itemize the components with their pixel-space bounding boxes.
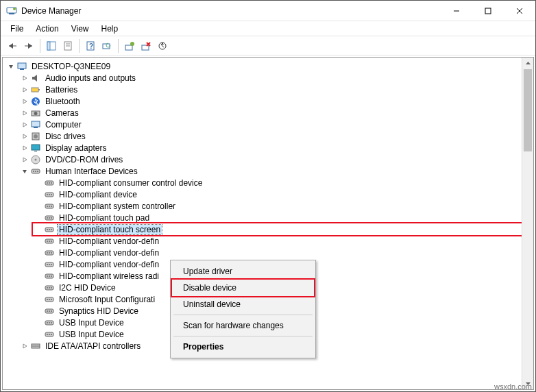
svg-point-18 xyxy=(130,42,134,46)
disable-button[interactable] xyxy=(155,38,170,53)
tree-device[interactable]: HID-compliant touch screen xyxy=(33,223,522,235)
svg-rect-22 xyxy=(20,69,24,70)
svg-rect-4 xyxy=(485,8,491,14)
svg-point-39 xyxy=(37,171,38,172)
chevron-right-icon[interactable] xyxy=(21,109,29,117)
tree-device-label: HID-compliant consumer control device xyxy=(58,178,204,188)
tree-device[interactable]: HID-compliant system controller xyxy=(33,200,522,212)
context-update-driver[interactable]: Update driver xyxy=(172,263,314,280)
svg-point-51 xyxy=(51,206,52,207)
back-button[interactable] xyxy=(5,38,20,53)
properties-button[interactable] xyxy=(60,38,75,53)
scroll-up-icon[interactable] xyxy=(522,58,533,69)
hid-icon xyxy=(44,306,55,317)
hid-icon xyxy=(44,317,55,328)
svg-point-43 xyxy=(51,182,52,184)
tree-category[interactable]: Human Interface Devices xyxy=(19,165,522,177)
chevron-right-icon[interactable] xyxy=(21,97,29,106)
audio-icon xyxy=(30,73,41,84)
svg-point-66 xyxy=(49,252,50,254)
svg-point-82 xyxy=(49,299,50,300)
svg-point-42 xyxy=(49,182,50,184)
svg-point-63 xyxy=(51,241,52,242)
svg-rect-23 xyxy=(32,88,38,92)
context-sep xyxy=(173,315,313,315)
tree-category[interactable]: DVD/CD-ROM drives xyxy=(19,154,522,165)
chevron-down-icon[interactable] xyxy=(21,167,29,175)
menu-file[interactable]: File xyxy=(5,23,29,35)
svg-point-38 xyxy=(35,171,36,172)
svg-point-78 xyxy=(49,287,50,289)
update-driver-button[interactable] xyxy=(122,38,137,53)
menu-view[interactable]: View xyxy=(66,23,95,35)
tree-device-label: HID-compliant touch pad xyxy=(58,213,151,223)
svg-point-47 xyxy=(51,194,52,195)
svg-point-25 xyxy=(32,97,40,106)
tree-device[interactable]: HID-compliant touch pad xyxy=(33,212,522,223)
tree-category[interactable]: Bluetooth xyxy=(19,95,522,107)
tree-category[interactable]: Display adapters xyxy=(19,142,522,154)
close-button[interactable] xyxy=(504,1,535,21)
tree-category-label: Bluetooth xyxy=(44,97,82,106)
tree-device-label: HID-compliant touch screen xyxy=(58,225,162,234)
svg-point-31 xyxy=(34,134,38,138)
svg-point-35 xyxy=(35,158,37,160)
svg-point-27 xyxy=(34,112,38,115)
titlebar: Device Manager xyxy=(1,1,535,21)
help-button[interactable]: ? xyxy=(83,38,98,53)
tree-device-label: USB Input Device xyxy=(58,318,125,328)
tree-category[interactable]: Batteries xyxy=(19,84,522,95)
toolbar-sep xyxy=(118,39,119,53)
minimize-button[interactable] xyxy=(441,1,472,21)
svg-point-71 xyxy=(51,264,52,265)
hid-icon xyxy=(44,177,55,188)
tree-device-label: HID-compliant wireless radi xyxy=(58,271,160,281)
tree-category[interactable]: Cameras xyxy=(19,107,522,119)
chevron-right-icon[interactable] xyxy=(21,132,29,140)
hid-icon xyxy=(44,247,55,258)
svg-point-49 xyxy=(47,206,48,207)
svg-point-57 xyxy=(47,229,48,230)
tree-device[interactable]: HID-compliant consumer control device xyxy=(33,177,522,188)
watermark: wsxdn.com xyxy=(494,382,532,391)
menu-action[interactable]: Action xyxy=(30,23,64,35)
tree-category[interactable]: Computer xyxy=(19,119,522,130)
context-disable-device[interactable]: Disable device xyxy=(172,280,314,296)
tree-device[interactable]: HID-compliant vendor-defin xyxy=(33,247,522,258)
tree-category[interactable]: Disc drives xyxy=(19,130,522,142)
forward-button[interactable] xyxy=(21,38,36,53)
context-properties[interactable]: Properties xyxy=(172,339,314,355)
tree-device[interactable]: HID-compliant device xyxy=(33,188,522,200)
svg-point-46 xyxy=(49,194,50,195)
svg-rect-19 xyxy=(142,45,149,50)
svg-point-70 xyxy=(49,264,50,265)
chevron-right-icon[interactable] xyxy=(21,156,29,164)
svg-point-54 xyxy=(49,217,50,219)
tree-root-node[interactable]: DESKTOP-Q3NEE09 xyxy=(5,60,522,72)
svg-point-79 xyxy=(51,287,52,289)
show-hide-button[interactable] xyxy=(44,38,59,53)
vertical-scrollbar[interactable] xyxy=(522,58,533,389)
hid-icon xyxy=(44,271,55,282)
svg-text:?: ? xyxy=(89,42,93,50)
maximize-button[interactable] xyxy=(472,1,504,21)
context-uninstall-device[interactable]: Uninstall device xyxy=(172,296,314,313)
tree-category[interactable]: Audio inputs and outputs xyxy=(19,72,522,84)
chevron-right-icon[interactable] xyxy=(21,144,29,152)
tree-root-label: DESKTOP-Q3NEE09 xyxy=(30,62,112,71)
hid-icon xyxy=(44,259,55,270)
context-scan-hardware[interactable]: Scan for hardware changes xyxy=(172,317,314,334)
hid-icon xyxy=(44,236,55,247)
chevron-right-icon[interactable] xyxy=(21,342,29,350)
tree-device[interactable]: HID-compliant vendor-defin xyxy=(33,235,522,247)
chevron-right-icon[interactable] xyxy=(21,121,29,129)
chevron-down-icon[interactable] xyxy=(7,62,15,71)
chevron-right-icon[interactable] xyxy=(21,86,29,94)
menu-help[interactable]: Help xyxy=(96,23,124,35)
svg-point-59 xyxy=(51,229,52,230)
scroll-thumb[interactable] xyxy=(524,69,532,151)
chevron-right-icon[interactable] xyxy=(21,74,29,82)
tree-category-label: Disc drives xyxy=(44,132,87,141)
scan-button[interactable] xyxy=(99,38,114,53)
uninstall-button[interactable] xyxy=(138,38,154,53)
